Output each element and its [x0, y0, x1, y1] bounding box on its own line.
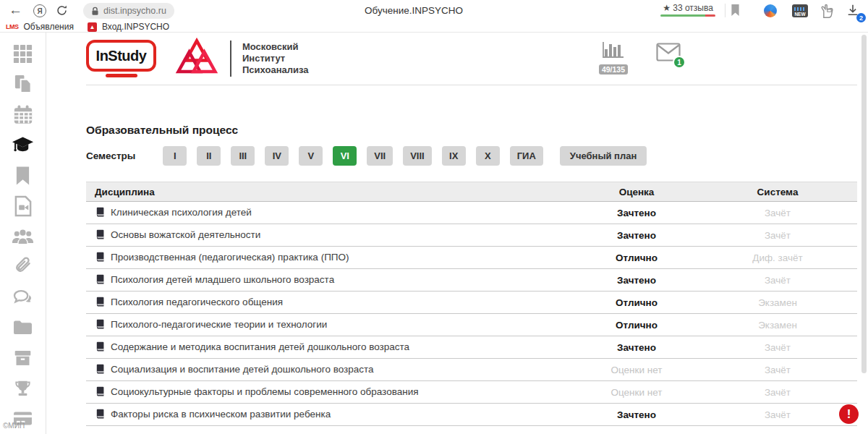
table-row: Социокультурные факторы и проблемы совре…: [86, 381, 857, 404]
book-icon: [95, 297, 105, 309]
column-header-0: Дисциплина: [86, 182, 575, 202]
discipline-link[interactable]: Психолого-педагогические теории и технол…: [111, 319, 327, 330]
book-icon: [95, 229, 105, 242]
users-icon: [12, 228, 34, 245]
instudy-logo[interactable]: InStudy: [86, 40, 156, 77]
semester-button-III[interactable]: III: [231, 146, 255, 166]
system-cell: Экзамен: [698, 292, 857, 314]
new-extension-icon[interactable]: NEW: [792, 4, 808, 17]
bookmark-flag-icon[interactable]: [731, 4, 740, 20]
discipline-cell: Психология педагогического общения: [86, 292, 575, 314]
hand-extension-icon[interactable]: [820, 3, 834, 22]
apps-grid-icon: [13, 44, 33, 64]
grade-cell: Зачтено: [575, 269, 698, 292]
system-cell: Зачёт: [698, 381, 857, 404]
semester-button-V[interactable]: V: [299, 146, 323, 166]
sidebar: [0, 33, 46, 434]
discipline-link[interactable]: Социокультурные факторы и проблемы совре…: [111, 386, 418, 397]
progress-badge: 49/135: [599, 64, 628, 75]
tab-title: Обучение.INPSYCHO: [365, 5, 463, 16]
trophy-icon: [13, 379, 33, 398]
system-cell: Зачёт: [698, 224, 857, 247]
discipline-link[interactable]: Производственная (педагогическая) практи…: [111, 252, 349, 263]
sidebar-item-apps[interactable]: [12, 43, 35, 65]
system-cell: Зачёт: [698, 269, 857, 292]
sidebar-item-messages[interactable]: [12, 286, 35, 308]
scrollbar[interactable]: [861, 35, 867, 373]
semester-button-X[interactable]: X: [476, 146, 500, 166]
sidebar-item-archive[interactable]: [12, 346, 35, 369]
discipline-cell: Психология детей младшего школьного возр…: [86, 269, 575, 292]
grade-cell: Оценки нет: [575, 381, 698, 404]
sidebar-item-attachments[interactable]: [12, 255, 35, 278]
semester-button-VII[interactable]: VII: [367, 146, 393, 166]
semesters-label: Семестры: [86, 150, 135, 161]
reload-icon[interactable]: [56, 4, 68, 20]
documents-icon: [13, 74, 33, 95]
book-icon: [95, 386, 105, 399]
book-icon: [95, 274, 105, 286]
sidebar-item-education[interactable]: [12, 134, 35, 156]
semester-row: Семестры IIIIIIIVVVIVIIVIIIIXXГИАУчебный…: [86, 146, 857, 166]
discipline-link[interactable]: Основы вожатской деятельности: [111, 229, 260, 240]
downloads-icon[interactable]: 2: [846, 4, 864, 21]
discipline-link[interactable]: Психология педагогического общения: [111, 297, 283, 307]
sidebar-item-calendar[interactable]: [12, 103, 35, 126]
sidebar-item-files[interactable]: [12, 316, 35, 339]
table-header-row: ДисциплинаОценкаСистема: [86, 182, 857, 202]
reviews-rating-bar: [660, 14, 715, 17]
study-plan-button[interactable]: Учебный план: [560, 146, 647, 166]
table-row: Клиническая психология детейЗачтеноЗачёт: [86, 202, 857, 224]
bookmarks-bar: LMS Объявления ▲ Вход.INPSYCHO: [0, 22, 868, 33]
back-icon[interactable]: ←: [9, 2, 22, 18]
discipline-link[interactable]: Клиническая психология детей: [111, 207, 252, 218]
system-cell: Зачёт: [698, 202, 857, 224]
discipline-cell: Производственная (педагогическая) практи…: [86, 247, 575, 269]
book-icon: [95, 364, 105, 376]
book-icon: [95, 207, 105, 219]
toolbar-divider: [725, 4, 726, 17]
grade-cell: Отлично: [575, 292, 698, 314]
book-icon: [95, 319, 105, 331]
address-bar[interactable]: dist.inpsycho.ru: [83, 3, 174, 19]
discipline-link[interactable]: Факторы риска в психическом развитии реб…: [111, 409, 331, 420]
table-row: Основы вожатской деятельностиЗачтеноЗачё…: [86, 224, 857, 247]
table-row: Содержание и методика воспитания детей д…: [86, 336, 857, 359]
discipline-link[interactable]: Психология детей младшего школьного возр…: [111, 274, 334, 285]
semester-button-VI[interactable]: VI: [333, 146, 357, 166]
grade-cell: Зачтено: [575, 336, 698, 359]
alert-badge[interactable]: !: [839, 404, 859, 424]
table-row: Психология детей младшего школьного возр…: [86, 269, 857, 292]
sidebar-item-video-materials[interactable]: [12, 195, 35, 217]
table-row: Психолого-педагогические теории и технол…: [86, 314, 857, 336]
table-row: Психология педагогического общенияОтличн…: [86, 292, 857, 314]
grade-cell: Отлично: [575, 247, 698, 269]
mail-widget[interactable]: 1: [656, 43, 681, 64]
sidebar-item-documents[interactable]: [12, 73, 35, 95]
archive-box-icon: [13, 349, 33, 367]
column-header-2: Система: [698, 182, 857, 202]
semester-button-IX[interactable]: IX: [442, 146, 466, 166]
discipline-link[interactable]: Содержание и методика воспитания детей д…: [111, 341, 409, 352]
sidebar-item-groups[interactable]: [12, 225, 35, 247]
semester-button-VIII[interactable]: VIII: [403, 146, 432, 166]
discipline-cell: Клиническая психология детей: [86, 202, 575, 224]
semester-button-II[interactable]: II: [197, 146, 221, 166]
semester-button-IV[interactable]: IV: [265, 146, 289, 166]
browser-profile-icon[interactable]: Я: [33, 4, 46, 17]
reviews-widget[interactable]: ★ 33 отзыва: [660, 3, 715, 17]
semester-button-I[interactable]: I: [163, 146, 187, 166]
sidebar-item-bookmarks[interactable]: [12, 164, 35, 187]
progress-widget[interactable]: 49/135: [597, 41, 630, 75]
bookmark-announcements[interactable]: Объявления: [24, 22, 74, 32]
discipline-cell: Психолого-педагогические теории и технол…: [86, 314, 575, 336]
mip-triangle-logo: [175, 38, 218, 80]
book-icon: [95, 341, 105, 354]
chat-icon: [12, 289, 33, 305]
discipline-link[interactable]: Социализация и воспитание детей дошкольн…: [111, 364, 374, 375]
sidebar-item-achievements[interactable]: [12, 377, 35, 399]
bookmark-login[interactable]: Вход.INPSYCHO: [102, 22, 169, 32]
disciplines-table: ДисциплинаОценкаСистема Клиническая псих…: [86, 182, 857, 426]
semester-button-ГИА[interactable]: ГИА: [510, 146, 543, 166]
extension-icon[interactable]: [764, 4, 777, 17]
